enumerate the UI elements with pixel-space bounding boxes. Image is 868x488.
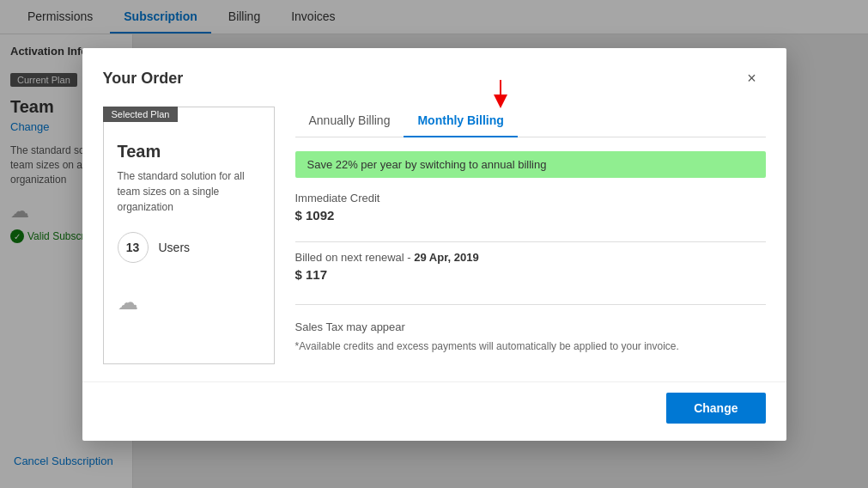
modal-header: Your Order × — [82, 48, 786, 93]
tab-monthly-billing[interactable]: Monthly Billing — [404, 107, 517, 137]
users-count: 13 — [118, 232, 149, 263]
renewal-date: 29 Apr, 2019 — [414, 251, 478, 264]
card-plan-name: Team — [118, 142, 260, 162]
change-button[interactable]: Change — [666, 393, 765, 424]
order-panel: Selected Plan Team The standard solution… — [103, 107, 275, 364]
selected-plan-badge: Selected Plan — [103, 107, 179, 122]
renewal-section: Billed on next renewal - 29 Apr, 2019 $ … — [295, 251, 766, 285]
divider-1 — [295, 241, 766, 242]
red-arrow-annotation — [475, 76, 526, 110]
tab-annually-billing[interactable]: Annually Billing — [295, 107, 404, 137]
save-banner: Save 22% per year by switching to annual… — [295, 151, 766, 178]
immediate-credit-value: $ 1092 — [295, 208, 766, 223]
modal-dialog: Your Order × Selected Plan Team The stan… — [82, 48, 786, 441]
modal-overlay: Your Order × Selected Plan Team The stan… — [0, 0, 868, 488]
renewal-amount: $ 117 — [295, 267, 766, 282]
modal-close-button[interactable]: × — [738, 65, 766, 93]
renewal-label: Billed on next renewal - 29 Apr, 2019 — [295, 251, 766, 264]
cloud-icon-card: ☁ — [118, 290, 260, 314]
background-page: Permissions Subscription Billing Invoice… — [0, 0, 868, 488]
divider-2 — [295, 304, 766, 305]
users-row: 13 Users — [118, 232, 260, 263]
billing-tabs: Annually Billing Monthly Billing — [295, 107, 766, 137]
modal-title: Your Order — [103, 70, 184, 88]
credits-note: *Available credits and excess payments w… — [295, 340, 766, 352]
svg-marker-1 — [494, 95, 507, 108]
users-label: Users — [159, 241, 191, 254]
modal-footer: Change — [82, 381, 786, 441]
billing-panel: Annually Billing Monthly Billing Save 22… — [295, 107, 766, 364]
card-plan-description: The standard solution for all team sizes… — [118, 168, 260, 215]
sales-tax-notice: Sales Tax may appear — [295, 320, 766, 333]
immediate-credit-section: Immediate Credit $ 1092 — [295, 192, 766, 223]
modal-body: Selected Plan Team The standard solution… — [82, 93, 786, 381]
monthly-billing-wrapper: Monthly Billing — [404, 107, 517, 137]
plan-card: Selected Plan Team The standard solution… — [103, 107, 275, 364]
immediate-credit-label: Immediate Credit — [295, 192, 766, 204]
